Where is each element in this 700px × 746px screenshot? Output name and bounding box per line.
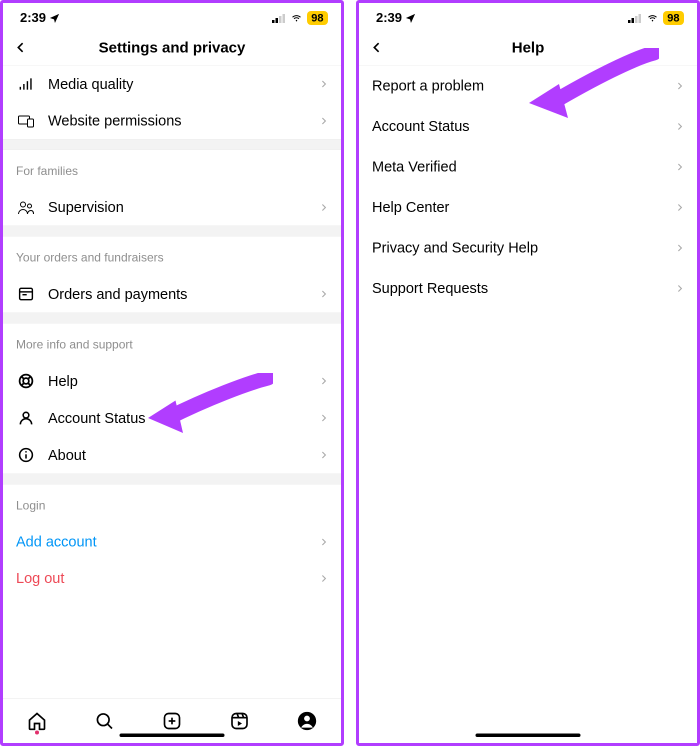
battery-pill: 98 xyxy=(307,11,328,25)
svg-point-10 xyxy=(20,202,26,207)
devices-icon xyxy=(16,114,36,128)
tab-reels[interactable] xyxy=(222,704,257,738)
section-header-orders: Your orders and fundraisers xyxy=(3,236,341,276)
row-label: Account Status xyxy=(372,118,675,134)
info-icon xyxy=(16,446,36,464)
row-help-center[interactable]: Help Center xyxy=(359,187,697,228)
row-supervision[interactable]: Supervision xyxy=(3,189,341,226)
wifi-icon xyxy=(290,13,303,23)
row-privacy-security-help[interactable]: Privacy and Security Help xyxy=(359,228,697,268)
svg-line-26 xyxy=(108,724,112,728)
svg-line-17 xyxy=(22,376,24,379)
svg-point-24 xyxy=(25,451,26,452)
status-bar: 2:39 98 xyxy=(359,3,697,30)
help-content: Report a problem Account Status Meta Ver… xyxy=(359,66,697,743)
page-title: Settings and privacy xyxy=(98,39,245,56)
chevron-right-icon xyxy=(319,376,328,386)
chevron-right-icon xyxy=(319,538,328,546)
svg-rect-2 xyxy=(279,16,282,23)
row-label: Help xyxy=(48,373,307,390)
row-account-status[interactable]: Account Status xyxy=(3,400,341,436)
svg-point-36 xyxy=(304,716,310,722)
svg-rect-39 xyxy=(632,18,634,23)
settings-content: Media quality Website permissions For fa… xyxy=(3,66,341,698)
phone-right: 2:39 98 Help Report a problem Account St… xyxy=(356,0,700,746)
row-report-problem[interactable]: Report a problem xyxy=(359,66,697,106)
svg-point-25 xyxy=(98,714,109,725)
row-about[interactable]: About xyxy=(3,436,341,474)
svg-line-19 xyxy=(22,383,24,386)
section-header-login: Login xyxy=(3,484,341,524)
svg-rect-9 xyxy=(28,119,34,127)
svg-rect-0 xyxy=(272,20,274,23)
chevron-right-icon xyxy=(675,162,684,172)
tab-create[interactable] xyxy=(154,704,190,738)
lifebuoy-icon xyxy=(16,372,36,390)
cellular-icon xyxy=(628,13,642,23)
row-label: Orders and payments xyxy=(48,286,307,302)
row-add-account[interactable]: Add account xyxy=(3,524,341,560)
chevron-right-icon xyxy=(319,203,328,212)
status-time: 2:39 xyxy=(20,10,46,26)
row-orders-payments[interactable]: Orders and payments xyxy=(3,276,341,312)
svg-line-18 xyxy=(28,376,30,379)
svg-marker-34 xyxy=(238,721,242,726)
row-log-out[interactable]: Log out xyxy=(3,560,341,596)
bars-icon xyxy=(16,76,36,92)
row-account-status[interactable]: Account Status xyxy=(359,106,697,146)
nav-header: Settings and privacy xyxy=(3,30,341,66)
location-icon xyxy=(405,12,416,24)
tab-profile[interactable] xyxy=(290,704,324,738)
chevron-right-icon xyxy=(319,450,328,460)
row-label: Support Requests xyxy=(372,280,675,296)
svg-rect-40 xyxy=(635,16,638,23)
row-label: Log out xyxy=(16,570,307,586)
row-support-requests[interactable]: Support Requests xyxy=(359,268,697,308)
back-button[interactable] xyxy=(367,38,387,58)
section-header-families: For families xyxy=(3,150,341,189)
page-title: Help xyxy=(512,39,544,56)
tab-search[interactable] xyxy=(87,704,122,738)
row-label: Help Center xyxy=(372,199,675,216)
location-icon xyxy=(49,12,60,24)
svg-rect-1 xyxy=(276,18,278,23)
chevron-right-icon xyxy=(319,574,328,583)
status-bar: 2:39 98 xyxy=(3,3,341,30)
row-label: Website permissions xyxy=(48,112,307,129)
nav-header: Help xyxy=(359,30,697,66)
row-label: Privacy and Security Help xyxy=(372,240,675,256)
svg-rect-38 xyxy=(628,20,630,23)
battery-pill: 98 xyxy=(663,11,684,25)
row-label: Media quality xyxy=(48,76,307,92)
row-website-permissions[interactable]: Website permissions xyxy=(3,102,341,139)
svg-rect-30 xyxy=(232,714,247,728)
row-label: Report a problem xyxy=(372,78,675,94)
svg-rect-3 xyxy=(282,14,285,23)
row-help[interactable]: Help xyxy=(3,362,341,400)
chevron-right-icon xyxy=(319,116,328,126)
chevron-right-icon xyxy=(319,290,328,298)
home-indicator xyxy=(120,734,224,737)
row-label: About xyxy=(48,447,307,464)
svg-rect-41 xyxy=(638,14,641,23)
svg-point-16 xyxy=(23,378,28,384)
chevron-right-icon xyxy=(675,244,684,252)
chevron-right-icon xyxy=(319,80,328,88)
row-label: Add account xyxy=(16,534,307,550)
chevron-right-icon xyxy=(319,414,328,422)
wifi-icon xyxy=(646,13,659,23)
row-meta-verified[interactable]: Meta Verified xyxy=(359,146,697,187)
chevron-right-icon xyxy=(675,284,684,293)
person-icon xyxy=(16,410,36,426)
svg-line-20 xyxy=(28,383,30,386)
box-icon xyxy=(16,286,36,302)
row-label: Account Status xyxy=(48,410,307,426)
chevron-right-icon xyxy=(675,122,684,131)
tab-home[interactable] xyxy=(20,704,54,738)
section-header-support: More info and support xyxy=(3,324,341,362)
home-indicator xyxy=(476,734,580,737)
row-media-quality[interactable]: Media quality xyxy=(3,66,341,102)
back-button[interactable] xyxy=(11,38,31,58)
cellular-icon xyxy=(272,13,286,23)
svg-point-11 xyxy=(28,204,32,208)
